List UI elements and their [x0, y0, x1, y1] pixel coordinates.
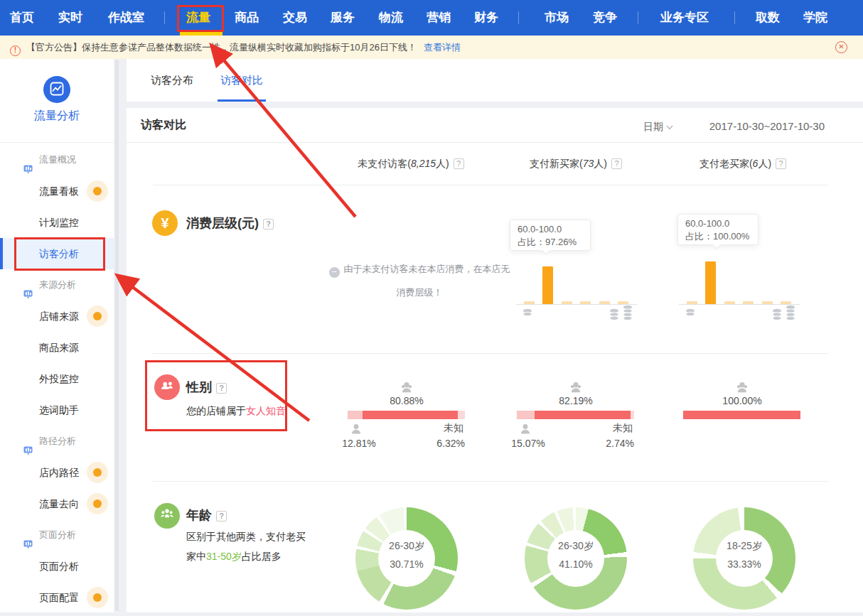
- nav-item-warroom[interactable]: 作战室: [108, 0, 144, 36]
- section-title-text: 消费层级(元): [186, 216, 259, 230]
- sidebar-label: 商品来源: [39, 342, 79, 353]
- sidebar-item-5[interactable]: 店铺来源: [0, 301, 114, 332]
- unknown-label: 未知: [444, 422, 463, 435]
- nav-item-service[interactable]: 服务: [331, 0, 355, 36]
- chevron-down-icon: [666, 121, 673, 132]
- sidebar-item-8[interactable]: 选词助手: [0, 394, 114, 426]
- tab-visitor-compare[interactable]: 访客对比: [220, 59, 263, 102]
- tooltip-share: 占比：97.26%: [518, 236, 583, 249]
- sidebar-item-10[interactable]: 店内路径: [0, 457, 114, 488]
- nav-item-market[interactable]: 市场: [545, 0, 569, 36]
- sidebar-label: 店内路径: [39, 467, 79, 478]
- nav-item-marketing[interactable]: 营销: [427, 0, 451, 36]
- divider: [153, 481, 828, 482]
- sidebar-section-0[interactable]: 流量概况: [0, 144, 114, 175]
- help-icon[interactable]: ?: [454, 158, 464, 169]
- age-percentage: 41.10%: [547, 558, 604, 570]
- sidebar-item-13[interactable]: 页面分析: [0, 551, 114, 582]
- male-percentage: 12.81%: [338, 438, 380, 449]
- divider: [153, 185, 828, 185]
- nav-item-data[interactable]: 取数: [756, 0, 780, 36]
- help-icon[interactable]: ?: [216, 511, 227, 522]
- sidebar-label: 页面分析: [39, 529, 76, 540]
- gender-stacked-bar: [683, 411, 800, 419]
- gender-people-icon: [154, 374, 180, 400]
- nav-item-academy[interactable]: 学院: [803, 0, 827, 36]
- tooltip-range: 60.0-100.0: [685, 217, 751, 230]
- nav-item-trade[interactable]: 交易: [283, 0, 307, 36]
- gender-stacked-bar: [517, 411, 634, 419]
- gender-stacked-bar: [348, 411, 465, 419]
- column-label-suffix: 人): [436, 158, 449, 169]
- no-consumption-note: –由于未支付访客未在本店消费，在本店无 消费层级！: [313, 257, 526, 304]
- sidebar-label: 店铺来源: [39, 310, 79, 322]
- nav-item-product[interactable]: 商品: [235, 0, 259, 36]
- sidebar-item-14[interactable]: 页面配置: [0, 582, 114, 613]
- nav-divider: [734, 11, 735, 24]
- view-details-link[interactable]: 查看详情: [424, 42, 461, 53]
- male-icon: [349, 422, 363, 439]
- sidebar-section-4[interactable]: 来源分析: [0, 269, 114, 301]
- notification-dot: [87, 462, 108, 483]
- donut-center-label: 18-25岁 33.33%: [716, 530, 773, 587]
- sidebar-item-11[interactable]: 流量去向: [0, 488, 114, 519]
- help-icon[interactable]: ?: [263, 219, 274, 229]
- gender-subtitle: 您的店铺属于女人知音: [186, 404, 286, 418]
- help-icon[interactable]: ?: [776, 158, 786, 169]
- close-icon[interactable]: ✕: [835, 41, 847, 53]
- help-icon[interactable]: ?: [611, 158, 622, 169]
- age-donut-unpaid: 26-30岁 30.71%: [355, 507, 458, 610]
- sidebar-label: 路径分析: [39, 436, 76, 446]
- age-bucket: 26-30岁: [378, 540, 435, 553]
- warning-icon: !: [10, 45, 21, 56]
- sidebar-scrollbar[interactable]: [115, 60, 119, 611]
- sidebar-label: 访客分析: [39, 248, 79, 259]
- tab-visitor-distribution[interactable]: 访客分布: [151, 59, 193, 102]
- nav-item-bizzone[interactable]: 业务专区: [660, 0, 709, 36]
- consumption-bar-chart-new-buyers: [516, 250, 637, 305]
- nav-item-traffic[interactable]: 流量: [186, 0, 210, 36]
- female-percentage: 82.19%: [537, 395, 615, 406]
- nav-item-logistics[interactable]: 物流: [379, 0, 403, 36]
- nav-item-realtime[interactable]: 实时: [58, 0, 82, 36]
- sycm-traffic-dashboard: 首页 实时 作战室 流量 商品 交易 服务 物流 营销 财务 市场 竞争 业务专…: [0, 0, 863, 616]
- minus-circle-icon: –: [329, 267, 340, 278]
- female-percentage: 80.88%: [368, 395, 446, 406]
- note-line2: 消费层级！: [313, 281, 526, 304]
- age-donut-new-buyers: 26-30岁 41.10%: [525, 507, 627, 610]
- unknown-label: 未知: [613, 422, 633, 435]
- sidebar-section-12[interactable]: 页面分析: [0, 519, 114, 551]
- sidebar-label: 流量看板: [39, 185, 79, 197]
- coin-stack-icon: [609, 308, 620, 321]
- help-icon[interactable]: ?: [216, 383, 227, 394]
- tooltip-share: 占比：100.00%: [685, 230, 751, 243]
- active-tab-underline: [218, 99, 266, 102]
- unknown-percentage: 2.74%: [606, 438, 634, 449]
- active-nav-underline: [180, 32, 223, 36]
- sidebar-item-3[interactable]: 访客分析: [0, 238, 114, 269]
- sidebar-title: 流量分析: [0, 109, 114, 124]
- sidebar-label: 流量概况: [39, 154, 76, 165]
- nav-item-finance[interactable]: 财务: [474, 0, 498, 36]
- sidebar-item-7[interactable]: 外投监控: [0, 363, 114, 394]
- nav-item-compete[interactable]: 竞争: [593, 0, 617, 36]
- date-range-value[interactable]: 2017-10-30~2017-10-30: [709, 120, 825, 132]
- date-filter[interactable]: 日期: [643, 121, 673, 134]
- age-percentage: 30.71%: [378, 558, 435, 570]
- sidebar-item-2[interactable]: 计划监控: [0, 207, 114, 238]
- chart-tooltip: 60.0-100.0 占比：100.00%: [677, 214, 759, 245]
- male-icon: [518, 422, 532, 439]
- consumption-bar-chart-old-buyers: [679, 250, 800, 305]
- nav-item-home[interactable]: 首页: [10, 0, 34, 36]
- note-line1: 由于未支付访客未在本店消费，在本店无: [344, 264, 510, 274]
- coin-axis-icons: [516, 308, 637, 325]
- divider: [127, 142, 863, 143]
- line-chart-icon: [50, 86, 64, 98]
- page-title: 访客对比: [141, 118, 186, 133]
- top-nav: 首页 实时 作战室 流量 商品 交易 服务 物流 营销 财务 市场 竞争 业务专…: [0, 0, 863, 36]
- subtitle-text: 您的店铺属于: [186, 405, 246, 416]
- age-family-icon: [154, 503, 180, 529]
- sidebar-section-9[interactable]: 路径分析: [0, 426, 114, 457]
- sidebar-item-1[interactable]: 流量看板: [0, 175, 114, 207]
- sidebar-item-6[interactable]: 商品来源: [0, 332, 114, 363]
